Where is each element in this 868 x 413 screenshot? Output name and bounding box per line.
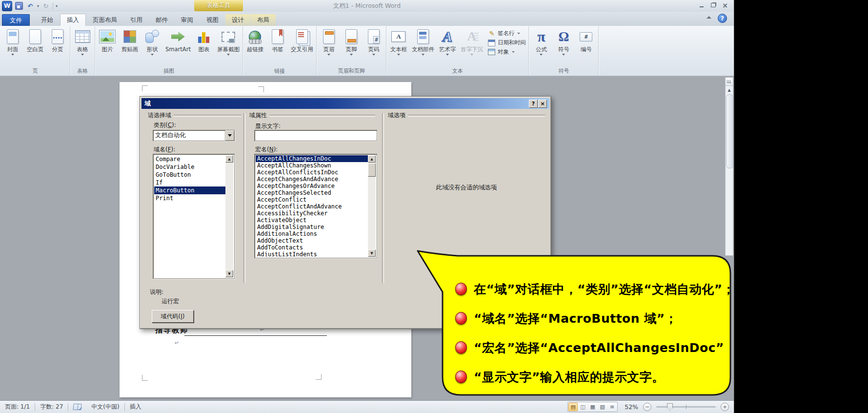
zoom-level[interactable]: 52% bbox=[625, 403, 638, 411]
picture-button[interactable]: 图片 bbox=[96, 27, 119, 53]
field-names-listbox[interactable]: CompareDocVariableGoToButtonIfMacroButto… bbox=[153, 154, 235, 279]
outline-view-icon[interactable]: ▧ bbox=[598, 403, 607, 411]
zoom-out-button[interactable]: − bbox=[643, 403, 651, 411]
tab-mailings[interactable]: 邮件 bbox=[149, 14, 174, 26]
pagenumber-button[interactable]: 页码 bbox=[363, 27, 385, 56]
tab-review[interactable]: 审阅 bbox=[175, 14, 200, 26]
tab-references[interactable]: 引用 bbox=[124, 14, 149, 26]
macro-names-listbox[interactable]: AcceptAllChangesInDocAcceptAllChangesSho… bbox=[254, 154, 377, 258]
field-name-option[interactable]: MacroButton bbox=[154, 186, 225, 194]
macro-name-option[interactable]: AcceptChangesAndAdvance bbox=[256, 176, 368, 183]
dialog-help-button[interactable]: ? bbox=[529, 100, 538, 108]
tab-file[interactable]: 文件 bbox=[2, 14, 30, 26]
dialog-title-bar[interactable]: 域 bbox=[141, 98, 549, 109]
macro-name-option[interactable]: ActivateObject bbox=[256, 217, 368, 224]
macro-name-option[interactable]: AddObjectText bbox=[256, 237, 368, 244]
wordart-button[interactable]: 艺术字 bbox=[436, 27, 459, 56]
symbol-button[interactable]: 符号 bbox=[552, 27, 575, 56]
close-button[interactable] bbox=[720, 1, 730, 9]
scrollbar-thumb[interactable] bbox=[726, 94, 733, 168]
zoom-in-button[interactable]: + bbox=[721, 403, 729, 411]
field-list-scrollbar[interactable]: ▲ ▼ bbox=[225, 155, 233, 277]
zoom-slider-thumb[interactable] bbox=[667, 403, 673, 411]
scroll-up-icon[interactable]: ▲ bbox=[726, 86, 733, 94]
macro-name-option[interactable]: AccessibilityChecker bbox=[256, 210, 368, 217]
field-name-option[interactable]: Print bbox=[154, 194, 225, 202]
hyperlink-button[interactable]: 超链接 bbox=[244, 27, 266, 53]
insert-mode-indicator[interactable]: 插入 bbox=[125, 401, 146, 413]
macro-name-option[interactable]: AddDigitalSignature bbox=[256, 224, 368, 230]
field-name-option[interactable]: Compare bbox=[154, 155, 225, 163]
collapse-ribbon-icon[interactable] bbox=[707, 16, 711, 19]
numbering-button[interactable]: 编号 bbox=[575, 27, 597, 53]
bookmark-button[interactable]: 书签 bbox=[266, 27, 289, 53]
macro-list-scrollbar[interactable]: ▲ ▼ bbox=[368, 155, 376, 257]
tab-view[interactable]: 视图 bbox=[200, 14, 225, 26]
field-codes-button[interactable]: 域代码(I) bbox=[152, 310, 194, 323]
language-indicator[interactable]: 中文(中国) bbox=[86, 401, 124, 413]
scroll-down-icon[interactable]: ▼ bbox=[225, 270, 233, 277]
quickparts-button[interactable]: 文档部件 bbox=[410, 27, 436, 56]
field-name-option[interactable]: If bbox=[154, 179, 225, 186]
category-dropdown[interactable]: 文档自动化 bbox=[153, 130, 235, 141]
cover-page-button[interactable]: 封面 bbox=[1, 27, 24, 56]
display-text-input[interactable] bbox=[254, 130, 377, 141]
help-icon[interactable]: ? bbox=[718, 14, 727, 23]
signature-button[interactable]: 签名行 bbox=[488, 30, 526, 37]
equation-button[interactable]: 公式 bbox=[530, 27, 552, 56]
chart-button[interactable]: 图表 bbox=[193, 27, 215, 53]
restore-button[interactable] bbox=[708, 1, 718, 9]
tab-design[interactable]: 设计 bbox=[225, 14, 250, 26]
smartart-button[interactable]: SmartArt bbox=[163, 27, 193, 53]
undo-button[interactable]: ↶ bbox=[26, 1, 35, 10]
macro-name-option[interactable]: AcceptConflictAndAdvance bbox=[256, 203, 368, 210]
macro-name-option[interactable]: AcceptConflict bbox=[256, 196, 368, 203]
field-name-option[interactable]: DocVariable bbox=[154, 163, 225, 171]
zoom-slider[interactable] bbox=[656, 406, 716, 408]
qat-customize-icon[interactable]: ▾ bbox=[56, 4, 58, 8]
word-count[interactable]: 字数: 27 bbox=[35, 401, 68, 413]
crossref-button[interactable]: 交叉引用 bbox=[289, 27, 315, 53]
macro-name-option[interactable]: AcceptAllConflictsInDoc bbox=[256, 169, 368, 176]
tab-layout[interactable]: 布局 bbox=[251, 14, 276, 26]
scroll-down-icon[interactable]: ▼ bbox=[368, 249, 376, 257]
ruler-toggle-icon[interactable] bbox=[726, 78, 733, 86]
scroll-up-icon[interactable]: ▲ bbox=[368, 155, 376, 163]
macro-name-option[interactable]: AdditionalActions bbox=[256, 230, 368, 237]
print-layout-view-icon[interactable]: ▤ bbox=[568, 403, 578, 411]
table-button[interactable]: 表格 bbox=[71, 27, 94, 56]
macro-name-option[interactable]: AcceptAllChangesShown bbox=[256, 162, 368, 169]
page-break-button[interactable]: 分页 bbox=[46, 27, 69, 53]
scroll-up-icon[interactable]: ▲ bbox=[225, 155, 233, 163]
clipart-button[interactable]: 剪贴画 bbox=[119, 27, 141, 53]
macro-name-option[interactable]: AcceptChangesOrAdvance bbox=[256, 183, 368, 189]
vertical-scrollbar[interactable]: ▲ bbox=[725, 77, 733, 256]
field-name-option[interactable]: GoToButton bbox=[154, 171, 225, 179]
redo-button[interactable]: ↻ bbox=[41, 1, 50, 10]
object-button[interactable]: 对象 bbox=[488, 48, 526, 56]
dialog-close-button[interactable]: × bbox=[538, 100, 547, 108]
minimize-button[interactable] bbox=[697, 1, 707, 9]
undo-dropdown-icon[interactable]: ▾ bbox=[37, 4, 39, 8]
word-app-icon[interactable]: W bbox=[2, 1, 12, 11]
footer-button[interactable]: 页脚 bbox=[340, 27, 363, 56]
chevron-down-icon[interactable] bbox=[225, 130, 234, 141]
proofing-status[interactable] bbox=[68, 401, 86, 413]
datetime-button[interactable]: 日期和时间 bbox=[488, 39, 526, 46]
page-indicator[interactable]: 页面: 1/1 bbox=[0, 401, 35, 413]
blank-page-button[interactable]: 空白页 bbox=[24, 27, 46, 53]
tab-home[interactable]: 开始 bbox=[35, 14, 60, 26]
fullscreen-reading-view-icon[interactable]: ◫ bbox=[578, 403, 587, 411]
save-button[interactable] bbox=[15, 1, 23, 10]
screenshot-button[interactable]: 屏幕截图 bbox=[215, 27, 242, 56]
scrollbar-thumb[interactable] bbox=[368, 163, 376, 177]
draft-view-icon[interactable]: ≡ bbox=[607, 403, 617, 411]
tab-insert[interactable]: 插入 bbox=[60, 14, 86, 26]
header-button[interactable]: 页眉 bbox=[318, 27, 340, 56]
macro-name-option[interactable]: AdjustListIndents bbox=[256, 251, 368, 257]
tab-page-layout[interactable]: 页面布局 bbox=[86, 14, 123, 26]
web-layout-view-icon[interactable]: ▦ bbox=[588, 403, 597, 411]
macro-name-option[interactable]: AcceptAllChangesInDoc bbox=[256, 155, 368, 162]
shapes-button[interactable]: 形状 bbox=[141, 27, 163, 56]
macro-name-option[interactable]: AddToContacts bbox=[256, 244, 368, 251]
